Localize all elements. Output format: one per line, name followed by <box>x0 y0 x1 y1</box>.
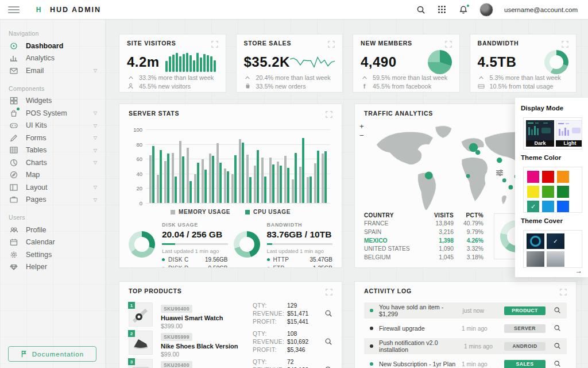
sidebar-item-forms[interactable]: Forms ▽ <box>0 132 105 144</box>
sidebar-item-label: Email <box>26 67 44 75</box>
legend-label: MEMORY USAGE <box>179 209 230 215</box>
theme-cover-option[interactable] <box>527 251 544 267</box>
sku-badge: SKU20400 <box>161 361 192 368</box>
dark-label: Dark <box>526 140 554 147</box>
col-header: PCT% <box>454 212 483 218</box>
chevron-down-icon: ▽ <box>94 160 97 165</box>
avatar[interactable] <box>479 3 493 17</box>
col-header: VISITS <box>424 212 454 218</box>
username[interactable]: username@account.com <box>504 6 578 13</box>
documentation-button[interactable]: Documentation <box>8 346 96 362</box>
map-layers-sliders-icon[interactable] <box>496 168 504 179</box>
product-search-icon[interactable] <box>324 366 332 368</box>
map-zoom-in-button[interactable]: + <box>359 124 364 129</box>
sidebar-item-pages[interactable]: Pages ▽ <box>0 194 105 206</box>
sidebar-item-label: POS System <box>26 109 67 117</box>
sidebar-item-settings[interactable]: Settings <box>0 248 105 261</box>
pos-system-icon <box>9 108 18 118</box>
activity-search-icon[interactable] <box>554 324 561 333</box>
theme-cover-option[interactable] <box>547 251 564 267</box>
sidebar-item-email[interactable]: Email ▽ <box>0 64 105 77</box>
stat-value: 4,490 <box>361 54 397 70</box>
person-icon <box>127 83 134 89</box>
card-title: NEW MEMBERS <box>361 40 412 47</box>
card-title: BANDWIDTH <box>478 40 519 47</box>
expand-icon[interactable] <box>326 110 332 120</box>
activity-search-icon[interactable] <box>554 360 561 368</box>
sidebar-item-tables[interactable]: Tables ▽ <box>0 144 105 157</box>
sidebar-item-dashboard[interactable]: Dashboard <box>0 40 105 52</box>
theme-cover-option-selected[interactable]: ✓ <box>547 233 564 249</box>
sidebar-item-ui-kits[interactable]: UI Kits ▽ <box>0 120 105 132</box>
expand-icon[interactable] <box>326 288 332 298</box>
disk-c-label: DISK C <box>168 256 189 263</box>
rank-badge: 3 <box>128 358 135 365</box>
map-zoom-out-button[interactable]: − <box>359 133 364 139</box>
analytics-icon <box>9 53 18 63</box>
sidebar-item-calendar[interactable]: Calendar <box>0 236 105 249</box>
disk-usage-summary: DISK USAGE 20.04 / 256 GB Last updated 1… <box>129 222 228 268</box>
product-revenue: $51,471 <box>287 310 308 319</box>
sidebar-section-label: Users <box>0 210 105 224</box>
sidebar-section-label: Navigation <box>0 26 105 40</box>
expand-icon[interactable] <box>562 40 568 50</box>
theme-color-swatch[interactable] <box>527 171 539 183</box>
hamburger-menu-icon[interactable] <box>8 6 20 13</box>
expand-icon[interactable] <box>560 288 567 298</box>
activity-search-icon[interactable] <box>554 306 561 315</box>
card-title: SITE VISITORS <box>127 40 176 47</box>
theme-color-swatch[interactable] <box>527 186 539 198</box>
product-image-watch: 1 <box>129 302 153 327</box>
theme-color-swatch[interactable] <box>542 186 554 198</box>
rank-badge: 1 <box>128 302 135 309</box>
theme-color-swatch[interactable] <box>542 201 554 213</box>
caret-up-icon <box>478 75 485 80</box>
sidebar-item-profile[interactable]: Profile <box>0 224 105 236</box>
activity-search-icon[interactable] <box>554 342 561 351</box>
expand-icon[interactable] <box>445 40 452 50</box>
expand-icon[interactable] <box>211 40 218 50</box>
expand-icon[interactable] <box>328 40 335 50</box>
col-header: COUNTRY <box>364 212 424 218</box>
bandwidth-label: BANDWIDTH <box>267 222 333 228</box>
theme-color-swatch[interactable] <box>557 201 569 213</box>
stat-detail: 20.4% more than last week <box>256 74 331 81</box>
sidebar-item-analytics[interactable]: Analytics <box>0 52 105 65</box>
sidebar-item-charts[interactable]: Charts ▽ <box>0 156 105 169</box>
activity-time: 1 min ago <box>462 325 504 332</box>
sidebar-item-map[interactable]: Map <box>0 169 105 182</box>
product-search-icon[interactable] <box>324 309 332 320</box>
bounce-target-icon <box>127 91 134 93</box>
apps-grid-icon[interactable] <box>437 5 447 15</box>
search-icon[interactable] <box>416 5 426 15</box>
display-mode-dark-option[interactable]: Dark <box>526 120 554 147</box>
display-mode-light-option[interactable]: Light <box>556 120 582 147</box>
ftp-value: 1.25GB <box>313 265 332 268</box>
gear-icon <box>9 250 18 259</box>
flag-icon <box>21 350 28 358</box>
sidebar-item-layout[interactable]: Layout ▽ <box>0 181 105 194</box>
theme-color-swatch-selected[interactable]: ✓ <box>527 201 539 213</box>
activity-row: New Subscription - 1yr Plan 1 min ago SA… <box>364 356 567 368</box>
product-name: Huawei Smart Watch <box>161 315 253 321</box>
activity-text: Firewall upgrade <box>379 325 425 332</box>
legend-label: CPU USAGE <box>253 209 291 215</box>
theme-color-swatch[interactable] <box>542 171 554 183</box>
sidebar-item-label: Settings <box>26 251 52 259</box>
activity-time: 1 min ago <box>462 361 504 367</box>
activity-text: New Subscription - 1yr Plan <box>379 361 455 367</box>
sidebar-item-helper[interactable]: Helper <box>0 261 105 274</box>
chevron-down-icon: ▽ <box>94 148 97 153</box>
ftp-label: FTP <box>273 265 285 268</box>
product-search-icon[interactable] <box>324 338 332 348</box>
app-logo[interactable]: H <box>32 3 45 16</box>
sidebar-item-widgets[interactable]: Widgets <box>0 95 105 108</box>
theme-color-swatch[interactable] <box>557 171 569 183</box>
theme-color-swatch[interactable] <box>557 186 569 198</box>
bandwidth-value: 83.76GB / 10TB <box>267 229 333 240</box>
stat-value: $35.2K <box>244 54 290 70</box>
theme-cover-option[interactable] <box>527 233 544 249</box>
sidebar-item-pos-system[interactable]: POS System ▽ <box>0 107 105 120</box>
charts-icon <box>9 158 18 167</box>
notifications-bell-icon[interactable] <box>458 5 469 15</box>
